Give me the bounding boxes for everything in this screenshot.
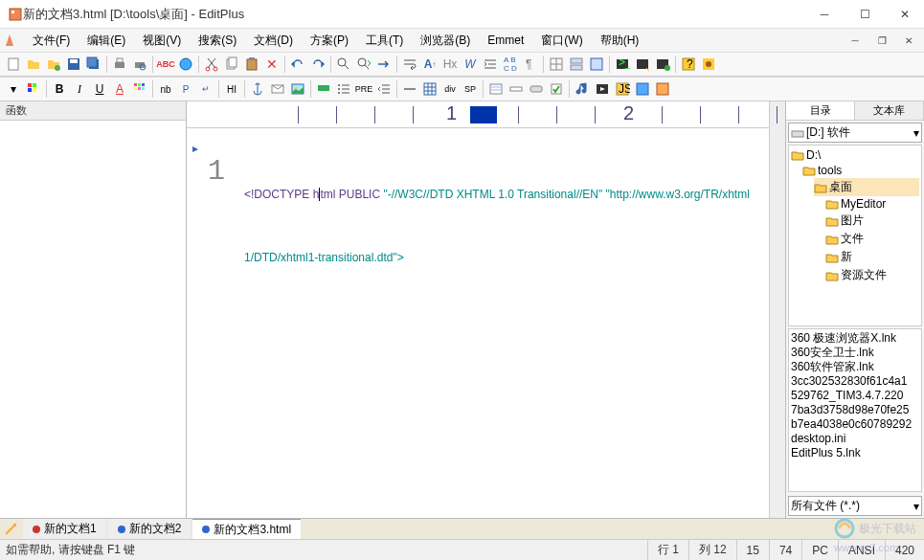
copy-icon[interactable] — [222, 55, 241, 74]
font-h-icon[interactable]: Hx — [440, 55, 460, 74]
mdi-restore-button[interactable]: ❐ — [870, 29, 893, 52]
delete-icon[interactable]: ✕ — [262, 55, 282, 74]
menu-file[interactable]: 文件(F) — [25, 31, 78, 51]
file-list[interactable]: 360 极速浏览器X.lnk360安全卫士.lnk360软件管家.lnk3cc3… — [788, 328, 922, 492]
invisible-icon[interactable]: ¶ — [521, 55, 540, 74]
textfield-icon[interactable] — [507, 79, 526, 99]
terminal3-icon[interactable] — [653, 55, 672, 74]
file-item[interactable]: 3cc302532830f61c4a1 — [791, 374, 919, 389]
palette-icon[interactable] — [24, 79, 43, 99]
close-button[interactable]: ✕ — [893, 3, 916, 26]
grid-icon[interactable] — [420, 79, 439, 99]
tree-item[interactable]: 新 — [825, 248, 919, 266]
print-icon[interactable] — [110, 55, 129, 74]
menu-edit[interactable]: 编辑(E) — [79, 31, 133, 51]
menu-window[interactable]: 窗口(W) — [533, 31, 590, 51]
tree-item[interactable]: 文件 — [825, 230, 919, 248]
menu-search[interactable]: 搜索(S) — [191, 31, 244, 51]
abc-icon[interactable]: A BC D — [501, 55, 520, 74]
file-item[interactable]: 360软件管家.lnk — [791, 360, 919, 374]
menu-emmet[interactable]: Emmet — [480, 32, 531, 49]
minimize-button[interactable]: ─ — [813, 3, 836, 26]
dropdown-icon[interactable]: ▾ — [4, 79, 23, 99]
comment-icon[interactable] — [314, 79, 333, 99]
goto-icon[interactable] — [374, 55, 394, 74]
media-icon[interactable] — [593, 79, 612, 99]
tree-item[interactable]: MyEditor — [825, 196, 919, 212]
menu-document[interactable]: 文档(D) — [246, 31, 301, 51]
terminal-icon[interactable]: >_ — [613, 55, 632, 74]
anchor-icon[interactable] — [248, 79, 267, 99]
style-icon[interactable] — [633, 79, 652, 99]
window-tile-icon[interactable] — [547, 55, 566, 74]
indent-icon[interactable] — [481, 55, 500, 74]
menu-browser[interactable]: 浏览器(B) — [413, 31, 478, 51]
document-tab[interactable]: 新的文档1 — [23, 519, 106, 540]
undo-icon[interactable] — [288, 55, 307, 74]
file-item[interactable]: b7ea4038e0c60789292 — [791, 417, 919, 432]
mail-icon[interactable] — [268, 79, 287, 99]
div-button[interactable]: div — [440, 79, 460, 99]
tree-item[interactable]: 桌面 — [814, 178, 919, 196]
code-content[interactable]: <!DOCTYPE html PUBLIC "-//W3C//DTD XHTML… — [233, 128, 769, 518]
tree-item[interactable]: 图片 — [825, 212, 919, 230]
tree-item[interactable]: 资源文件 — [825, 266, 919, 284]
underline-button[interactable]: U — [90, 79, 109, 99]
drive-select[interactable]: [D:] 软件 ▾ — [788, 123, 922, 143]
tab-directory[interactable]: 目录 — [786, 101, 855, 120]
tab-cliptext[interactable]: 文本库 — [855, 101, 924, 120]
nbsp-button[interactable]: nb — [156, 79, 175, 99]
mdi-close-button[interactable]: ✕ — [897, 29, 920, 52]
open-recent-icon[interactable] — [44, 55, 63, 74]
list-icon[interactable] — [334, 79, 353, 99]
find-icon[interactable] — [334, 55, 353, 74]
w-icon[interactable]: W — [461, 55, 480, 74]
file-item[interactable]: desktop.ini — [791, 432, 919, 446]
para-button[interactable]: P — [176, 79, 195, 99]
form-icon[interactable] — [486, 79, 506, 99]
save-icon[interactable] — [64, 55, 83, 74]
browser-preview-icon[interactable] — [176, 55, 195, 74]
font-larger-icon[interactable]: A↑ — [420, 55, 439, 74]
file-item[interactable]: EditPlus 5.lnk — [791, 446, 919, 460]
mdi-minimize-button[interactable]: ─ — [844, 29, 867, 52]
arrow-icon[interactable] — [4, 523, 17, 536]
fullscreen-icon[interactable] — [587, 55, 606, 74]
help-icon[interactable]: ? — [679, 55, 698, 74]
window-split-icon[interactable] — [567, 55, 586, 74]
music-icon[interactable] — [573, 79, 592, 99]
script-icon[interactable]: JS — [613, 79, 632, 99]
vertical-scrollbar[interactable] — [769, 101, 785, 518]
menu-tools[interactable]: 工具(T) — [358, 31, 411, 51]
print-preview-icon[interactable] — [130, 55, 149, 74]
break-button[interactable]: ↵ — [196, 79, 215, 99]
file-item[interactable]: 360安全卫士.lnk — [791, 346, 919, 360]
document-tab[interactable]: 新的文档3.html — [192, 519, 301, 540]
terminal2-icon[interactable] — [633, 55, 652, 74]
save-all-icon[interactable] — [84, 55, 103, 74]
sp-button[interactable]: SP — [461, 79, 480, 99]
italic-button[interactable]: I — [70, 79, 89, 99]
redo-icon[interactable] — [308, 55, 327, 74]
spell-check-icon[interactable]: ABC — [156, 55, 175, 74]
menu-project[interactable]: 方案(P) — [303, 31, 356, 51]
outdent-icon[interactable] — [374, 79, 394, 99]
menu-icon[interactable] — [4, 33, 19, 48]
word-wrap-icon[interactable] — [400, 55, 419, 74]
document-tab[interactable]: 新的文档2 — [108, 519, 192, 540]
new-file-icon[interactable] — [4, 55, 23, 74]
menu-help[interactable]: 帮助(H) — [593, 31, 647, 51]
file-item[interactable]: 7ba3d3758d98e70fe25 — [791, 403, 919, 417]
tree-item[interactable]: D:\ — [791, 147, 919, 163]
font-button[interactable]: A — [110, 79, 129, 99]
color-grid-icon[interactable] — [130, 79, 149, 99]
bold-button[interactable]: B — [50, 79, 69, 99]
settings-icon[interactable] — [699, 55, 718, 74]
maximize-button[interactable]: ☐ — [853, 3, 876, 26]
open-file-icon[interactable] — [24, 55, 43, 74]
menu-view[interactable]: 视图(V) — [135, 31, 189, 51]
heading-button[interactable]: HI — [222, 79, 241, 99]
image-icon[interactable] — [288, 79, 307, 99]
file-item[interactable]: 529762_TIM3.4.7.220 — [791, 389, 919, 403]
extra-icon[interactable] — [653, 79, 672, 99]
